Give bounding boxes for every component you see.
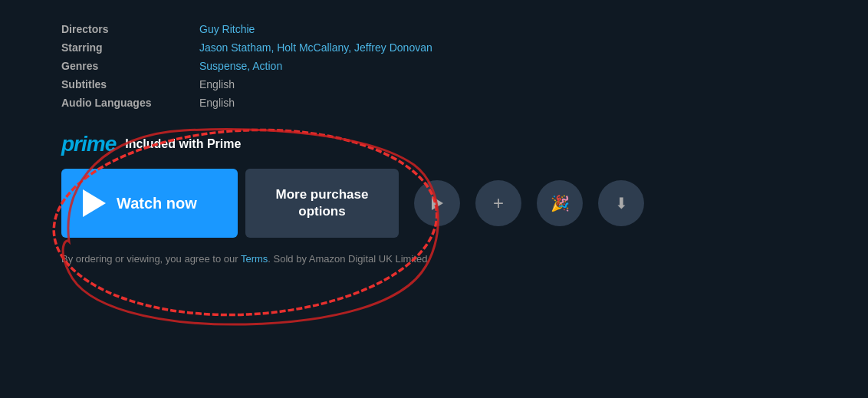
terms-line: By ordering or viewing, you agree to our… (61, 253, 807, 265)
download-button[interactable]: ⬇ (598, 180, 644, 226)
prime-section: prime Included with Prime (61, 132, 807, 156)
terms-text-after: . Sold by Amazon Digital UK Limited. (268, 253, 430, 265)
metadata-table: Directors Guy Ritchie Starring Jason Sta… (61, 23, 807, 109)
included-with-prime-text: Included with Prime (125, 137, 241, 151)
directors-label: Directors (61, 23, 199, 35)
audio-value: English (199, 97, 807, 109)
terms-text-before: By ordering or viewing, you agree to our (61, 253, 241, 265)
starring-label: Starring (61, 41, 199, 54)
trailer-button[interactable] (414, 180, 460, 226)
audio-label: Audio Languages (61, 97, 199, 109)
celebrate-icon: 🎉 (551, 194, 570, 212)
more-options-label: More purchase options (276, 187, 369, 219)
celebrate-button[interactable]: 🎉 (537, 180, 583, 226)
more-purchase-options-button[interactable]: More purchase options (245, 169, 399, 238)
download-icon: ⬇ (615, 194, 628, 212)
subtitles-label: Subtitles (61, 78, 199, 90)
add-icon: + (493, 192, 504, 214)
starring-value: Jason Statham, Holt McCallany, Jeffrey D… (199, 41, 807, 54)
genres-label: Genres (61, 60, 199, 72)
action-buttons-row: Watch now More purchase options + 🎉 ⬇ (61, 169, 807, 238)
directors-value: Guy Ritchie (199, 23, 807, 35)
prime-logo: prime (61, 132, 116, 156)
watch-now-label: Watch now (117, 195, 197, 212)
play-icon-large (83, 189, 106, 217)
watch-now-button[interactable]: Watch now (61, 169, 238, 238)
add-button[interactable]: + (475, 180, 521, 226)
terms-link[interactable]: Terms (241, 253, 268, 265)
genres-value: Suspense, Action (199, 60, 807, 72)
subtitles-value: English (199, 78, 807, 90)
trailer-play-icon (432, 196, 443, 210)
